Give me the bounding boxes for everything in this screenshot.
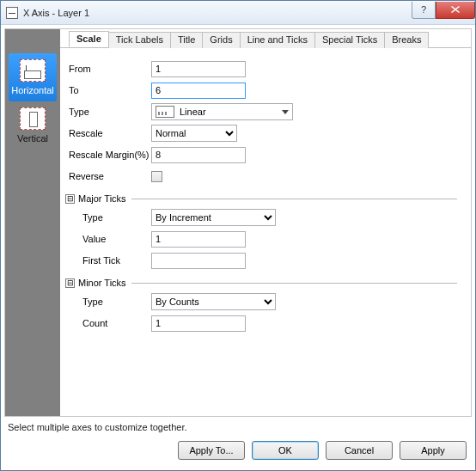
first-tick-label: First Tick	[65, 255, 151, 266]
tab-breaks[interactable]: Breaks	[384, 32, 429, 48]
major-type-label: Type	[65, 212, 151, 223]
rescale-label: Rescale	[65, 128, 151, 138]
horizontal-axis-icon	[20, 59, 46, 82]
scale-type-value: Linear	[180, 107, 206, 117]
minor-ticks-title: Minor Ticks	[78, 278, 126, 288]
close-icon	[451, 6, 460, 13]
vertical-axis-icon	[20, 107, 46, 130]
axis-vertical-button[interactable]: Vertical	[9, 101, 57, 150]
help-button[interactable]: ?	[412, 2, 436, 19]
major-value-input[interactable]	[151, 231, 246, 248]
minor-count-label: Count	[65, 318, 151, 328]
major-value-label: Value	[65, 234, 151, 244]
tab-tick-labels[interactable]: Tick Labels	[108, 32, 171, 48]
hint-text: Select multiple axes to customize togeth…	[4, 417, 472, 441]
major-type-select[interactable]: By Increment	[151, 209, 276, 226]
minor-type-select[interactable]: By Counts	[151, 293, 276, 310]
scale-form: From To Type Linear	[60, 48, 471, 416]
tab-title[interactable]: Title	[170, 32, 203, 48]
tab-scale[interactable]: Scale	[69, 31, 109, 47]
tab-strip: Scale Tick Labels Title Grids Line and T…	[60, 29, 471, 48]
scale-type-select[interactable]: Linear	[151, 103, 293, 120]
major-ticks-collapse[interactable]: ⊟	[65, 194, 75, 204]
chevron-down-icon	[282, 110, 289, 114]
reverse-label: Reverse	[65, 171, 151, 181]
rescale-margin-label: Rescale Margin(%)	[65, 150, 151, 160]
dialog-window: X Axis - Layer 1 ? Horizontal Vertical	[0, 0, 476, 471]
axis-vertical-label: Vertical	[17, 133, 48, 144]
minor-ticks-collapse[interactable]: ⊟	[65, 278, 75, 288]
tab-line-ticks[interactable]: Line and Ticks	[240, 32, 315, 48]
type-label: Type	[65, 107, 151, 117]
major-ticks-group: ⊟ Major Ticks	[65, 190, 457, 207]
axis-orientation-panel: Horizontal Vertical	[5, 29, 60, 416]
minor-type-label: Type	[65, 297, 151, 307]
tab-special-ticks[interactable]: Special Ticks	[314, 32, 385, 48]
from-input[interactable]	[151, 61, 246, 77]
axis-horizontal-label: Horizontal	[11, 85, 54, 95]
ok-button[interactable]: OK	[252, 441, 319, 460]
cancel-button[interactable]: Cancel	[326, 441, 393, 460]
from-label: From	[65, 64, 151, 74]
titlebar: X Axis - Layer 1 ?	[1, 1, 475, 25]
reverse-checkbox[interactable]	[151, 171, 162, 182]
rescale-margin-input[interactable]	[151, 147, 246, 163]
axis-horizontal-button[interactable]: Horizontal	[9, 53, 57, 101]
minor-ticks-group: ⊟ Minor Ticks	[65, 274, 457, 291]
to-input[interactable]	[151, 83, 246, 99]
tab-grids[interactable]: Grids	[202, 32, 240, 48]
apply-to-button[interactable]: Apply To...	[178, 441, 245, 460]
first-tick-input[interactable]	[151, 253, 246, 269]
apply-button[interactable]: Apply	[400, 441, 467, 460]
close-button[interactable]	[436, 2, 475, 19]
major-ticks-title: Major Ticks	[78, 193, 126, 204]
minor-count-input[interactable]	[151, 315, 246, 332]
linear-icon	[156, 106, 174, 118]
window-title: X Axis - Layer 1	[23, 8, 412, 18]
app-icon	[6, 7, 18, 19]
rescale-select[interactable]: Normal	[151, 125, 237, 142]
to-label: To	[65, 85, 151, 95]
button-row: Apply To... OK Cancel Apply	[4, 441, 472, 467]
